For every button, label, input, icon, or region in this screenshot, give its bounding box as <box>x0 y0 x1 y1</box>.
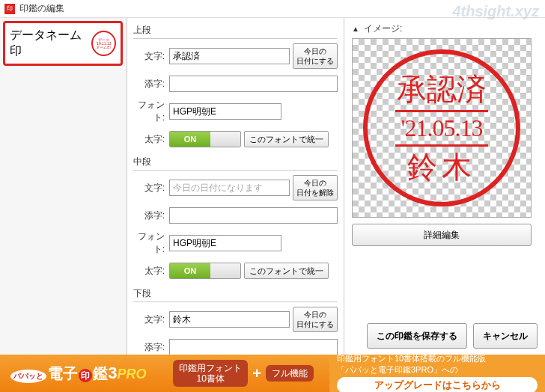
middle-font-label: フォント: <box>133 230 169 256</box>
right-panel: ▲ イメージ: 承認済 '21.05.13 鈴木 詳細編集 この印鑑を保存する … <box>344 18 545 355</box>
feature-full: フル機能 <box>266 365 314 382</box>
promo-banner: パパッと 電子 印 鑑 3 PRO 印鑑用フォント10書体 + フル機能 印鑑用… <box>0 355 545 392</box>
watermark: 4thsight.xyz <box>452 3 539 20</box>
main-area: データネーム印 データ'19.11.13ネーム印 上段 文字: 今日の日付にする… <box>0 18 545 355</box>
center-panel: 上段 文字: 今日の日付にする 添字: フォント: 太字: ON このフォントで… <box>127 18 344 355</box>
collapse-icon[interactable]: ▲ <box>352 25 359 33</box>
upper-text-input[interactable] <box>169 48 290 64</box>
detail-edit-button[interactable]: 詳細編集 <box>352 224 532 246</box>
lower-section-label: 下段 <box>133 286 338 302</box>
upper-text-label: 文字: <box>133 50 169 63</box>
middle-soe-input[interactable] <box>169 207 338 224</box>
stamp-top-text: 承認済 <box>397 69 487 110</box>
cancel-button[interactable]: キャンセル <box>473 323 538 349</box>
upper-soe-label: 添字: <box>133 78 169 91</box>
stamp-type-item[interactable]: データネーム印 データ'19.11.13ネーム印 <box>3 21 123 66</box>
upper-bold-toggle[interactable]: ON <box>169 131 241 147</box>
banner-logo: パパッと 電子 印 鑑 3 PRO <box>0 355 157 392</box>
app-icon: 印 <box>4 4 15 14</box>
upper-font-input[interactable] <box>169 103 281 120</box>
lower-date-button[interactable]: 今日の日付にする <box>293 307 338 332</box>
upper-unify-button[interactable]: このフォントで統一 <box>244 131 329 147</box>
lower-soe-label: 添字: <box>133 341 169 354</box>
stamp-mid-text: '21.05.13 <box>395 110 489 147</box>
stamp-preview: 承認済 '21.05.13 鈴木 <box>363 49 520 206</box>
window-title: 印鑑の編集 <box>19 2 64 15</box>
middle-unify-button[interactable]: このフォントで統一 <box>244 263 329 279</box>
preview-label: イメージ: <box>364 22 402 35</box>
middle-bold-label: 太字: <box>133 265 169 278</box>
upper-font-label: フォント: <box>133 99 169 124</box>
upper-date-button[interactable]: 今日の日付にする <box>293 43 338 69</box>
upper-soe-input[interactable] <box>169 76 338 92</box>
middle-date-button[interactable]: 今日の日付を解除 <box>293 175 338 200</box>
lower-text-label: 文字: <box>133 313 169 326</box>
lower-soe-input[interactable] <box>169 339 338 355</box>
middle-font-input[interactable] <box>169 235 281 251</box>
middle-section-label: 中段 <box>133 154 338 171</box>
banner-features: 印鑑用フォント10書体 + フル機能 <box>157 355 329 392</box>
middle-text-input[interactable] <box>169 180 290 196</box>
left-panel: データネーム印 データ'19.11.13ネーム印 <box>0 18 127 355</box>
upper-section-label: 上段 <box>133 22 338 39</box>
stamp-bot-text: 鈴木 <box>407 147 476 188</box>
save-button[interactable]: この印鑑を保存する <box>367 323 467 349</box>
upper-bold-label: 太字: <box>133 133 169 146</box>
lower-text-input[interactable] <box>169 311 290 328</box>
stamp-mini-icon: データ'19.11.13ネーム印 <box>91 31 116 56</box>
upgrade-button[interactable]: アップグレードはこちらから <box>337 377 538 392</box>
middle-text-label: 文字: <box>133 182 169 195</box>
banner-text: 印鑑用フォント10書体搭載のフル機能版 「パパッと電子印鑑3PRO」への アップ… <box>329 355 545 392</box>
middle-soe-label: 添字: <box>133 209 169 222</box>
plus-icon: + <box>252 365 261 382</box>
middle-bold-toggle[interactable]: ON <box>169 263 241 279</box>
preview-box: 承認済 '21.05.13 鈴木 <box>352 38 532 218</box>
feature-fonts: 印鑑用フォント10書体 <box>173 360 248 388</box>
stamp-type-label: データネーム印 <box>10 28 91 59</box>
